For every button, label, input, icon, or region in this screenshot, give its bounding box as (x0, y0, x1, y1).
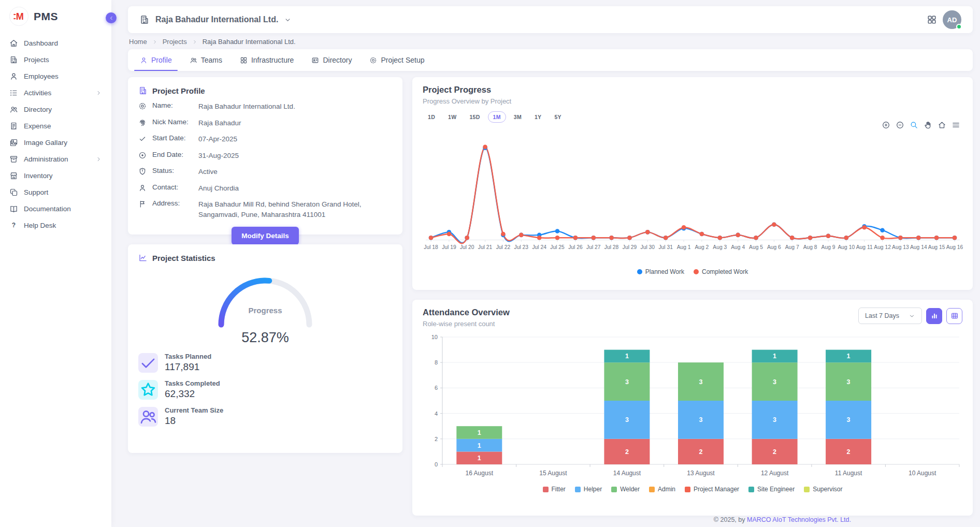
range-select[interactable]: Last 7 Days (858, 308, 922, 324)
tab-infrastructure[interactable]: Infrastructure (231, 49, 302, 71)
svg-text:2: 2 (435, 436, 438, 442)
progress-card-title: Project Progress (423, 85, 962, 95)
legend-completed-work[interactable]: Completed Work (694, 268, 748, 275)
sidebar-item-directory[interactable]: Directory (0, 101, 111, 118)
breadcrumb-item-home[interactable]: Home (129, 38, 147, 46)
attendance-bar-chart: 024681011116 August15 August233114 Augus… (423, 332, 962, 483)
zoom-in-icon[interactable] (882, 121, 890, 129)
profile-card-title: Project Profile (152, 86, 205, 95)
people-icon (190, 56, 197, 64)
legend-planned-work[interactable]: Planned Work (637, 268, 684, 275)
stat-label: Current Team Size (165, 406, 223, 414)
svg-text:1: 1 (847, 353, 851, 360)
zoom-out-icon[interactable] (896, 121, 904, 129)
profile-field-name: Name: Raja Bahadur International Ltd. (138, 101, 392, 112)
legend-admin[interactable]: Admin (649, 486, 675, 493)
people-icon (138, 407, 158, 427)
sidebar-item-projects[interactable]: Projects (0, 52, 111, 68)
footer-company-link[interactable]: MARCO AIoT Technologies Pvt. Ltd. (747, 516, 851, 523)
svg-text:Aug 11: Aug 11 (856, 244, 873, 250)
breadcrumb-item-raja-bahadur-international-ltd: Raja Bahadur International Ltd. (203, 38, 296, 46)
range-button-3m[interactable]: 3M (509, 111, 527, 123)
circle-dot-icon (138, 151, 147, 159)
stat-value: 117,891 (165, 361, 211, 373)
legend-fitter[interactable]: Fitter (543, 486, 566, 493)
legend-swatch (611, 487, 617, 492)
selection-zoom-icon[interactable] (910, 121, 918, 129)
range-button-1y[interactable]: 1Y (529, 111, 546, 123)
range-button-1m[interactable]: 1M (488, 111, 506, 123)
app-root: M PMS Dashboard Projects Employees Activ… (0, 0, 980, 527)
range-button-15d[interactable]: 15D (464, 111, 485, 123)
svg-text:Jul 28: Jul 28 (604, 244, 619, 250)
gauge-percent: 52.87% (208, 330, 322, 346)
svg-text:Jul 23: Jul 23 (514, 244, 529, 250)
apps-grid-icon[interactable] (927, 14, 937, 25)
svg-text:Aug 6: Aug 6 (767, 244, 781, 250)
copy-icon (9, 188, 18, 197)
tab-directory[interactable]: Directory (302, 49, 361, 71)
sidebar-item-help-desk[interactable]: ? Help Desk (0, 217, 111, 233)
people-icon (9, 105, 18, 114)
table-view-button[interactable] (946, 308, 962, 324)
chart-view-button[interactable] (926, 308, 942, 324)
legend-supervisor[interactable]: Supervisor (804, 486, 842, 493)
question-icon: ? (9, 221, 18, 230)
svg-text:10: 10 (431, 334, 438, 340)
tab-profile[interactable]: Profile (131, 49, 181, 71)
chevron-right-icon (192, 39, 198, 45)
company-name[interactable]: Raja Bahadur International Ltd. (155, 15, 278, 24)
legend-swatch (649, 487, 655, 492)
project-progress-card: Project Progress Progress Overview by Pr… (412, 77, 973, 290)
grid4-icon (240, 56, 248, 64)
stat-label: Tasks Completed (165, 379, 220, 387)
stat-value: 18 (165, 415, 223, 427)
sidebar-collapse-button[interactable] (106, 12, 117, 23)
sidebar-item-activities[interactable]: Activities (0, 85, 111, 101)
legend-swatch (685, 487, 690, 492)
company-chevron-down-icon[interactable] (284, 16, 292, 24)
pan-icon[interactable] (924, 121, 932, 129)
legend-project-manager[interactable]: Project Manager (685, 486, 739, 493)
sidebar-item-inventory[interactable]: Inventory (0, 168, 111, 184)
range-button-1d[interactable]: 1D (423, 111, 440, 123)
svg-text:3: 3 (625, 378, 629, 386)
sidebar-item-documentation[interactable]: Documentation (0, 201, 111, 217)
sidebar-item-image-gallary[interactable]: Image Gallary (0, 135, 111, 151)
legend-swatch (804, 487, 810, 492)
svg-text:Jul 25: Jul 25 (550, 244, 565, 250)
sidebar-item-label: Support (24, 188, 48, 196)
tab-teams[interactable]: Teams (181, 49, 231, 71)
reset-zoom-home-icon[interactable] (938, 121, 946, 129)
stat-tasks-planned: Tasks Planned 117,891 (138, 353, 392, 373)
svg-text:Jul 30: Jul 30 (641, 244, 655, 250)
footer-text: © 2025, by (714, 516, 747, 523)
legend-site-engineer[interactable]: Site Engineer (748, 486, 795, 493)
svg-text:Jul 22: Jul 22 (496, 244, 511, 250)
range-button-5y[interactable]: 5Y (549, 111, 566, 123)
svg-text:4: 4 (435, 411, 438, 417)
field-label: Start Date: (152, 134, 193, 142)
range-button-1w[interactable]: 1W (443, 111, 462, 123)
sidebar-item-administration[interactable]: Administration (0, 151, 111, 167)
svg-text:1: 1 (478, 442, 481, 449)
svg-text:12 August: 12 August (761, 470, 789, 477)
gear-icon (138, 102, 147, 110)
profile-actions: Modify Details (138, 227, 392, 245)
breadcrumb: HomeProjectsRaja Bahadur International L… (129, 38, 972, 46)
sidebar-item-expense[interactable]: Expense (0, 118, 111, 134)
avatar[interactable]: AD (943, 10, 961, 29)
sidebar-item-dashboard[interactable]: Dashboard (0, 35, 111, 51)
sidebar-item-label: Documentation (24, 205, 71, 213)
sidebar-item-support[interactable]: Support (0, 184, 111, 200)
stat-value: 62,332 (165, 388, 220, 400)
tab-project-setup[interactable]: Project Setup (361, 49, 433, 71)
svg-text:Aug 4: Aug 4 (731, 244, 745, 250)
breadcrumb-item-projects[interactable]: Projects (163, 38, 187, 46)
sidebar-item-employees[interactable]: Employees (0, 68, 111, 84)
modify-details-button[interactable]: Modify Details (232, 227, 299, 245)
legend-helper[interactable]: Helper (575, 486, 602, 493)
chart-menu-icon[interactable] (952, 121, 960, 129)
legend-welder[interactable]: Welder (611, 486, 640, 493)
svg-text:Aug 15: Aug 15 (928, 244, 945, 250)
